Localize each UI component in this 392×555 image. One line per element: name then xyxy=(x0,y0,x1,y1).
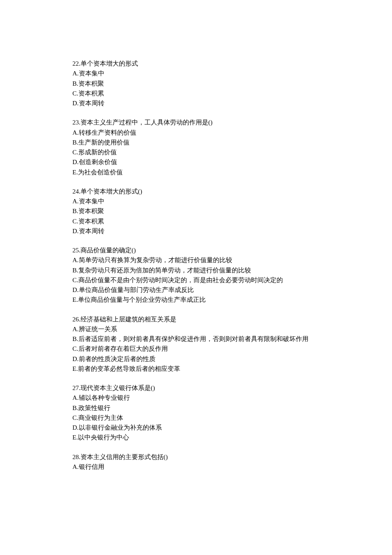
option-d: D.资本周转 xyxy=(72,226,320,236)
option-b: B.资本积聚 xyxy=(72,206,320,216)
option-a: A.辅以各种专业银行 xyxy=(72,393,320,403)
document-page: 22.单个资本增大的形式 A.资本集中 B.资本积聚 C.资本积累 D.资本周转… xyxy=(0,0,392,472)
option-b: B.复杂劳动只有还原为倍加的简单劳动，才能进行价值量的比较 xyxy=(72,266,320,275)
option-d: D.单位商品价值量与部门劳动生产率成反比 xyxy=(72,285,320,295)
question-text: 28.资本主义信用的主要形式包括() xyxy=(72,452,320,462)
option-e: E.为社会创造价值 xyxy=(72,168,320,177)
question-23: 23.资本主义生产过程中，工人具体劳动的作用是() A.转移生产资料的价值 B.… xyxy=(72,118,320,177)
option-a: A.资本集中 xyxy=(72,69,320,78)
question-text: 27.现代资本主义银行体系是() xyxy=(72,383,320,393)
option-c: C.商业银行为主体 xyxy=(72,413,320,423)
option-e: E.前者的变革必然导致后者的相应变革 xyxy=(72,364,320,374)
option-e: E.以中央银行为中心 xyxy=(72,433,320,442)
option-b: B.政策性银行 xyxy=(72,403,320,413)
question-24: 24.单个资本增大的形式() A.资本集中 B.资本积聚 C.资本积累 D.资本… xyxy=(72,187,320,236)
question-28: 28.资本主义信用的主要形式包括() A.银行信用 xyxy=(72,452,320,472)
option-a: A.转移生产资料的价值 xyxy=(72,128,320,138)
option-a: A.资本集中 xyxy=(72,197,320,206)
option-a: A.简单劳动只有换算为复杂劳动，才能进行价值量的比较 xyxy=(72,255,320,265)
option-c: C.后者对前者存在着巨大的反作用 xyxy=(72,344,320,354)
option-a: A.银行信用 xyxy=(72,462,320,472)
question-text: 25.商品价值量的确定() xyxy=(72,246,320,255)
question-27: 27.现代资本主义银行体系是() A.辅以各种专业银行 B.政策性银行 C.商业… xyxy=(72,383,320,443)
option-c: C.商品价值量不是由个别劳动时间决定的，而是由社会必要劳动时间决定的 xyxy=(72,275,320,285)
question-26: 26.经济基础和上层建筑的相互关系是 A.辨证统一关系 B.后者适应前者，则对前… xyxy=(72,315,320,374)
question-text: 23.资本主义生产过程中，工人具体劳动的作用是() xyxy=(72,118,320,127)
option-c: C.资本积累 xyxy=(72,89,320,98)
option-c: C.形成新的价值 xyxy=(72,147,320,157)
option-b: B.生产新的使用价值 xyxy=(72,138,320,147)
question-text: 24.单个资本增大的形式() xyxy=(72,187,320,197)
option-e: E.单位商品价值量与个别企业劳动生产率成正比 xyxy=(72,295,320,305)
option-c: C.资本积累 xyxy=(72,217,320,226)
question-25: 25.商品价值量的确定() A.简单劳动只有换算为复杂劳动，才能进行价值量的比较… xyxy=(72,246,320,305)
option-d: D.资本周转 xyxy=(72,98,320,108)
option-b: B.后者适应前者，则对前者具有保护和促进作用，否则则对前者具有限制和破坏作用 xyxy=(72,334,320,344)
question-text: 26.经济基础和上层建筑的相互关系是 xyxy=(72,315,320,324)
question-22: 22.单个资本增大的形式 A.资本集中 B.资本积聚 C.资本积累 D.资本周转 xyxy=(72,59,320,108)
option-a: A.辨证统一关系 xyxy=(72,324,320,334)
question-text: 22.单个资本增大的形式 xyxy=(72,59,320,69)
option-b: B.资本积聚 xyxy=(72,79,320,89)
option-d: D.前者的性质决定后者的性质 xyxy=(72,354,320,364)
option-d: D.创造剩余价值 xyxy=(72,157,320,167)
option-d: D.以非银行金融业为补充的体系 xyxy=(72,423,320,433)
